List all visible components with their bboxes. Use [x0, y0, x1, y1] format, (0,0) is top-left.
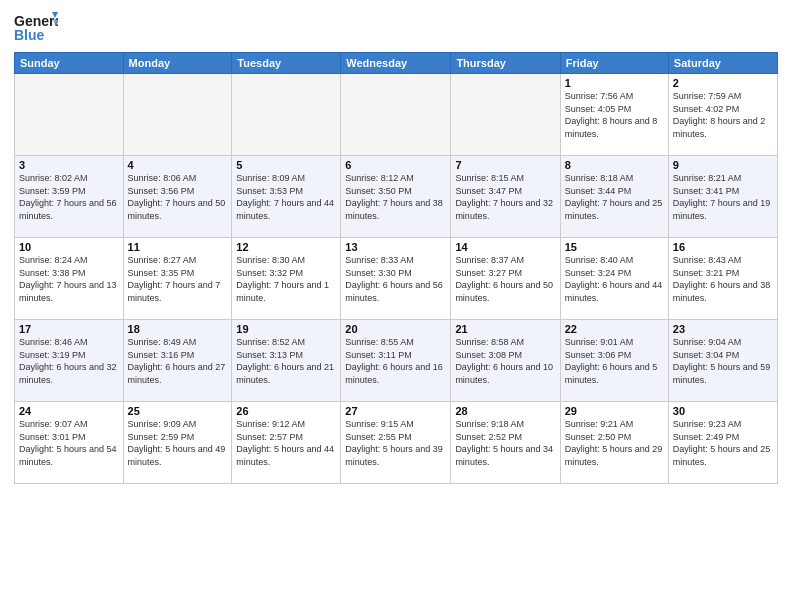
day-number: 7 [455, 159, 555, 171]
day-cell: 16Sunrise: 8:43 AM Sunset: 3:21 PM Dayli… [668, 238, 777, 320]
week-row-4: 17Sunrise: 8:46 AM Sunset: 3:19 PM Dayli… [15, 320, 778, 402]
svg-text:Blue: Blue [14, 27, 45, 43]
day-cell: 27Sunrise: 9:15 AM Sunset: 2:55 PM Dayli… [341, 402, 451, 484]
day-info: Sunrise: 9:09 AM Sunset: 2:59 PM Dayligh… [128, 418, 228, 468]
day-info: Sunrise: 9:01 AM Sunset: 3:06 PM Dayligh… [565, 336, 664, 386]
day-cell: 15Sunrise: 8:40 AM Sunset: 3:24 PM Dayli… [560, 238, 668, 320]
day-number: 14 [455, 241, 555, 253]
day-info: Sunrise: 8:12 AM Sunset: 3:50 PM Dayligh… [345, 172, 446, 222]
day-info: Sunrise: 8:49 AM Sunset: 3:16 PM Dayligh… [128, 336, 228, 386]
day-cell: 7Sunrise: 8:15 AM Sunset: 3:47 PM Daylig… [451, 156, 560, 238]
day-info: Sunrise: 8:33 AM Sunset: 3:30 PM Dayligh… [345, 254, 446, 304]
day-info: Sunrise: 9:15 AM Sunset: 2:55 PM Dayligh… [345, 418, 446, 468]
day-cell: 4Sunrise: 8:06 AM Sunset: 3:56 PM Daylig… [123, 156, 232, 238]
day-info: Sunrise: 9:18 AM Sunset: 2:52 PM Dayligh… [455, 418, 555, 468]
day-cell: 22Sunrise: 9:01 AM Sunset: 3:06 PM Dayli… [560, 320, 668, 402]
day-cell: 20Sunrise: 8:55 AM Sunset: 3:11 PM Dayli… [341, 320, 451, 402]
day-info: Sunrise: 9:23 AM Sunset: 2:49 PM Dayligh… [673, 418, 773, 468]
day-cell: 10Sunrise: 8:24 AM Sunset: 3:38 PM Dayli… [15, 238, 124, 320]
day-info: Sunrise: 8:24 AM Sunset: 3:38 PM Dayligh… [19, 254, 119, 304]
day-cell [232, 74, 341, 156]
day-number: 18 [128, 323, 228, 335]
week-row-1: 1Sunrise: 7:56 AM Sunset: 4:05 PM Daylig… [15, 74, 778, 156]
day-cell [123, 74, 232, 156]
day-info: Sunrise: 7:56 AM Sunset: 4:05 PM Dayligh… [565, 90, 664, 140]
day-info: Sunrise: 8:06 AM Sunset: 3:56 PM Dayligh… [128, 172, 228, 222]
day-number: 12 [236, 241, 336, 253]
day-number: 26 [236, 405, 336, 417]
day-info: Sunrise: 8:02 AM Sunset: 3:59 PM Dayligh… [19, 172, 119, 222]
day-number: 13 [345, 241, 446, 253]
day-cell [15, 74, 124, 156]
day-cell: 12Sunrise: 8:30 AM Sunset: 3:32 PM Dayli… [232, 238, 341, 320]
day-cell: 8Sunrise: 8:18 AM Sunset: 3:44 PM Daylig… [560, 156, 668, 238]
day-info: Sunrise: 8:46 AM Sunset: 3:19 PM Dayligh… [19, 336, 119, 386]
col-header-sunday: Sunday [15, 53, 124, 74]
col-header-tuesday: Tuesday [232, 53, 341, 74]
day-cell [341, 74, 451, 156]
day-cell: 2Sunrise: 7:59 AM Sunset: 4:02 PM Daylig… [668, 74, 777, 156]
day-number: 27 [345, 405, 446, 417]
day-number: 16 [673, 241, 773, 253]
day-info: Sunrise: 9:04 AM Sunset: 3:04 PM Dayligh… [673, 336, 773, 386]
day-info: Sunrise: 8:40 AM Sunset: 3:24 PM Dayligh… [565, 254, 664, 304]
day-cell: 17Sunrise: 8:46 AM Sunset: 3:19 PM Dayli… [15, 320, 124, 402]
day-cell: 30Sunrise: 9:23 AM Sunset: 2:49 PM Dayli… [668, 402, 777, 484]
logo-svg: General Blue [14, 10, 58, 46]
week-row-3: 10Sunrise: 8:24 AM Sunset: 3:38 PM Dayli… [15, 238, 778, 320]
day-cell: 9Sunrise: 8:21 AM Sunset: 3:41 PM Daylig… [668, 156, 777, 238]
day-number: 20 [345, 323, 446, 335]
day-cell: 21Sunrise: 8:58 AM Sunset: 3:08 PM Dayli… [451, 320, 560, 402]
day-info: Sunrise: 8:30 AM Sunset: 3:32 PM Dayligh… [236, 254, 336, 304]
day-info: Sunrise: 8:37 AM Sunset: 3:27 PM Dayligh… [455, 254, 555, 304]
day-cell: 23Sunrise: 9:04 AM Sunset: 3:04 PM Dayli… [668, 320, 777, 402]
day-number: 25 [128, 405, 228, 417]
day-info: Sunrise: 8:18 AM Sunset: 3:44 PM Dayligh… [565, 172, 664, 222]
day-info: Sunrise: 8:52 AM Sunset: 3:13 PM Dayligh… [236, 336, 336, 386]
day-cell: 25Sunrise: 9:09 AM Sunset: 2:59 PM Dayli… [123, 402, 232, 484]
day-cell: 24Sunrise: 9:07 AM Sunset: 3:01 PM Dayli… [15, 402, 124, 484]
col-header-friday: Friday [560, 53, 668, 74]
day-number: 2 [673, 77, 773, 89]
col-header-saturday: Saturday [668, 53, 777, 74]
col-header-thursday: Thursday [451, 53, 560, 74]
day-number: 23 [673, 323, 773, 335]
day-number: 9 [673, 159, 773, 171]
day-info: Sunrise: 9:21 AM Sunset: 2:50 PM Dayligh… [565, 418, 664, 468]
day-number: 15 [565, 241, 664, 253]
day-number: 30 [673, 405, 773, 417]
day-cell: 26Sunrise: 9:12 AM Sunset: 2:57 PM Dayli… [232, 402, 341, 484]
day-info: Sunrise: 8:43 AM Sunset: 3:21 PM Dayligh… [673, 254, 773, 304]
col-header-wednesday: Wednesday [341, 53, 451, 74]
day-info: Sunrise: 8:55 AM Sunset: 3:11 PM Dayligh… [345, 336, 446, 386]
day-info: Sunrise: 8:09 AM Sunset: 3:53 PM Dayligh… [236, 172, 336, 222]
day-number: 17 [19, 323, 119, 335]
day-number: 10 [19, 241, 119, 253]
day-number: 4 [128, 159, 228, 171]
day-number: 1 [565, 77, 664, 89]
day-info: Sunrise: 8:15 AM Sunset: 3:47 PM Dayligh… [455, 172, 555, 222]
day-number: 24 [19, 405, 119, 417]
col-header-monday: Monday [123, 53, 232, 74]
calendar-table: SundayMondayTuesdayWednesdayThursdayFrid… [14, 52, 778, 484]
day-cell: 14Sunrise: 8:37 AM Sunset: 3:27 PM Dayli… [451, 238, 560, 320]
day-number: 28 [455, 405, 555, 417]
day-cell: 19Sunrise: 8:52 AM Sunset: 3:13 PM Dayli… [232, 320, 341, 402]
day-number: 3 [19, 159, 119, 171]
day-number: 6 [345, 159, 446, 171]
day-cell: 28Sunrise: 9:18 AM Sunset: 2:52 PM Dayli… [451, 402, 560, 484]
day-cell: 18Sunrise: 8:49 AM Sunset: 3:16 PM Dayli… [123, 320, 232, 402]
day-info: Sunrise: 8:27 AM Sunset: 3:35 PM Dayligh… [128, 254, 228, 304]
week-row-2: 3Sunrise: 8:02 AM Sunset: 3:59 PM Daylig… [15, 156, 778, 238]
week-row-5: 24Sunrise: 9:07 AM Sunset: 3:01 PM Dayli… [15, 402, 778, 484]
day-number: 5 [236, 159, 336, 171]
day-info: Sunrise: 8:21 AM Sunset: 3:41 PM Dayligh… [673, 172, 773, 222]
day-info: Sunrise: 9:12 AM Sunset: 2:57 PM Dayligh… [236, 418, 336, 468]
page-header: General Blue [14, 10, 778, 46]
day-number: 22 [565, 323, 664, 335]
day-cell: 1Sunrise: 7:56 AM Sunset: 4:05 PM Daylig… [560, 74, 668, 156]
day-cell: 6Sunrise: 8:12 AM Sunset: 3:50 PM Daylig… [341, 156, 451, 238]
logo: General Blue [14, 10, 58, 46]
day-number: 11 [128, 241, 228, 253]
day-number: 29 [565, 405, 664, 417]
